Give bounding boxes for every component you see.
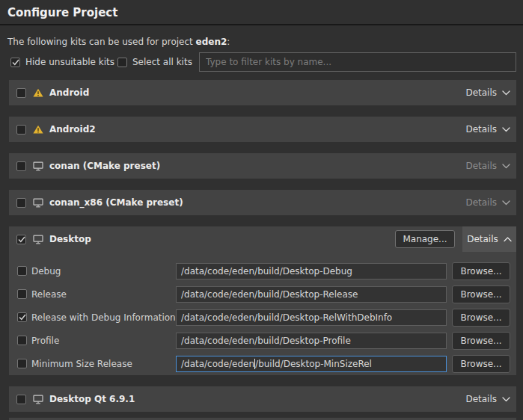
browse-button[interactable]: Browse...	[452, 309, 510, 327]
desktop-monitor-icon	[33, 161, 43, 171]
browse-button[interactable]: Browse...	[452, 285, 510, 303]
kit-name: Desktop	[49, 234, 91, 244]
config-label: Release	[31, 285, 67, 303]
details-label: Details	[465, 124, 497, 135]
build-path-input[interactable]	[176, 333, 447, 349]
manage-button[interactable]: Manage...	[395, 230, 455, 248]
details-toggle-disabled: Details	[465, 161, 510, 171]
details-toggle[interactable]: Details	[465, 394, 510, 404]
chevron-down-icon	[502, 200, 510, 206]
kit-checkbox[interactable]	[16, 88, 26, 98]
path-text-after-caret: /build/Desktop-MinSizeRel	[255, 359, 372, 369]
kit-name: Android	[49, 87, 89, 98]
kit-row-desktop-qt[interactable]: Desktop Qt 6.9.1 Details	[9, 386, 516, 412]
configure-project-page: { "title": "Configure Project", "intro":…	[0, 0, 523, 420]
chevron-down-icon	[502, 397, 510, 402]
checkbox-checked-icon[interactable]	[10, 58, 20, 67]
build-path-input[interactable]	[176, 263, 447, 280]
config-checkbox[interactable]	[17, 359, 27, 368]
intro-prefix: The following kits can be used for proje…	[7, 37, 196, 47]
kit-name: Android2	[49, 124, 96, 135]
kit-checkbox[interactable]	[16, 395, 26, 404]
select-all-kits-label: Select all kits	[132, 57, 192, 67]
details-toggle-expanded[interactable]: Details	[462, 226, 516, 252]
checkbox-unchecked-icon[interactable]	[117, 58, 127, 67]
details-label: Details	[465, 394, 497, 404]
select-all-kits-checkbox[interactable]: Select all kits	[117, 57, 192, 67]
build-path-input-focused[interactable]: /data/code/eden/build/Desktop-MinSizeRel	[176, 356, 447, 372]
browse-button[interactable]: Browse...	[452, 355, 510, 373]
config-label: Release with Debug Information	[31, 309, 176, 327]
chevron-down-icon	[502, 90, 510, 96]
config-checkbox[interactable]	[17, 336, 27, 345]
kit-panel-desktop: Desktop Manage... Details Debug Browse..…	[9, 226, 516, 375]
warning-icon	[33, 125, 43, 134]
config-checkbox[interactable]	[17, 266, 27, 276]
details-label: Details	[465, 161, 497, 171]
desktop-monitor-icon	[33, 198, 43, 208]
page-title: Configure Project	[7, 6, 117, 19]
kit-name: conan_x86 (CMake preset)	[49, 197, 183, 208]
kit-name: conan (CMake preset)	[49, 161, 160, 171]
kit-checkbox[interactable]	[16, 161, 26, 171]
build-path-input[interactable]	[176, 286, 447, 303]
config-checkbox[interactable]	[17, 289, 27, 299]
hide-unsuitable-kits-label: Hide unsuitable kits	[25, 57, 114, 67]
config-label: Profile	[31, 332, 59, 350]
intro-suffix: :	[227, 37, 230, 47]
config-checkbox[interactable]	[17, 312, 27, 322]
path-text-before-caret: /data/code/eden	[181, 359, 254, 369]
config-label: Minimum Size Release	[31, 355, 132, 373]
warning-icon	[33, 88, 43, 97]
details-label: Details	[467, 234, 498, 244]
config-row-minsizerel: Minimum Size Release /data/code/eden/bui…	[9, 355, 516, 373]
details-label: Details	[465, 87, 497, 98]
config-row-relwithdebinfo: Release with Debug Information Browse...	[9, 309, 516, 327]
kit-row-conan[interactable]: conan (CMake preset) Details	[9, 153, 516, 179]
details-toggle[interactable]: Details	[465, 87, 510, 98]
project-name: eden2	[196, 37, 227, 47]
config-row-release: Release Browse...	[9, 285, 516, 303]
kit-checkbox[interactable]	[16, 198, 26, 208]
kit-row-conan-x86[interactable]: conan_x86 (CMake preset) Details	[9, 190, 516, 215]
config-label: Debug	[31, 262, 61, 280]
kit-row-desktop[interactable]: Desktop Manage... Details	[9, 226, 516, 252]
desktop-monitor-icon	[33, 395, 43, 404]
config-row-profile: Profile Browse...	[9, 332, 516, 350]
kit-checkbox[interactable]	[16, 235, 26, 244]
build-path-input[interactable]	[176, 309, 447, 326]
kit-checkbox[interactable]	[16, 125, 26, 135]
kit-name: Desktop Qt 6.9.1	[49, 394, 135, 404]
config-row-debug: Debug Browse...	[9, 262, 516, 280]
kit-filter-input[interactable]	[199, 52, 516, 72]
hide-unsuitable-kits-checkbox[interactable]: Hide unsuitable kits	[10, 57, 114, 67]
browse-button[interactable]: Browse...	[452, 262, 510, 280]
title-separator	[0, 24, 523, 25]
intro-text: The following kits can be used for proje…	[7, 37, 230, 47]
desktop-monitor-icon	[33, 235, 43, 244]
chevron-up-icon	[504, 237, 512, 242]
kit-row-android2[interactable]: Android2 Details	[9, 117, 516, 142]
details-toggle-disabled: Details	[465, 197, 510, 208]
chevron-down-icon	[502, 164, 510, 169]
kit-row-android[interactable]: Android Details	[9, 80, 516, 105]
details-toggle[interactable]: Details	[465, 124, 510, 135]
details-label: Details	[465, 197, 497, 208]
chevron-down-icon	[502, 127, 510, 132]
browse-button[interactable]: Browse...	[452, 332, 510, 350]
